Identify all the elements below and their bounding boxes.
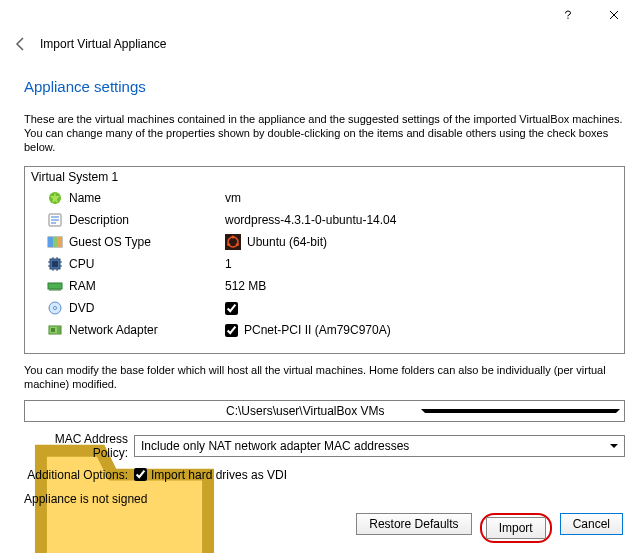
svg-point-8 bbox=[232, 236, 235, 239]
tree-row-value: 512 MB bbox=[225, 279, 266, 293]
net-icon bbox=[47, 322, 63, 338]
help-button[interactable] bbox=[545, 0, 591, 30]
tree-group-header[interactable]: Virtual System 1 bbox=[25, 167, 624, 187]
tree-row[interactable]: Namevm bbox=[25, 187, 624, 209]
ram-icon bbox=[47, 278, 63, 294]
tree-row[interactable]: Guest OS TypeUbuntu (64-bit) bbox=[25, 231, 624, 253]
tree-row-value: wordpress-4.3.1-0-ubuntu-14.04 bbox=[225, 213, 396, 227]
mac-policy-combo[interactable]: Include only NAT network adapter MAC add… bbox=[134, 435, 625, 457]
tree-row-label: CPU bbox=[69, 257, 94, 271]
ostype-icon bbox=[47, 234, 63, 250]
settings-tree[interactable]: Virtual System 1NamevmDescriptionwordpre… bbox=[24, 166, 625, 354]
description-text: These are the virtual machines contained… bbox=[24, 113, 625, 154]
ubuntu-icon bbox=[225, 234, 241, 250]
section-title: Appliance settings bbox=[24, 78, 625, 95]
tree-row[interactable]: Network AdapterPCnet-PCI II (Am79C970A) bbox=[25, 319, 624, 341]
mac-policy-value: Include only NAT network adapter MAC add… bbox=[141, 439, 409, 453]
cancel-button[interactable]: Cancel bbox=[560, 513, 623, 535]
name-icon bbox=[47, 190, 63, 206]
svg-rect-5 bbox=[57, 237, 62, 247]
highlight-ring: Import bbox=[480, 513, 552, 543]
tree-row-label: Name bbox=[69, 191, 101, 205]
chevron-down-icon bbox=[421, 409, 620, 413]
svg-point-9 bbox=[236, 243, 239, 246]
import-button[interactable]: Import bbox=[486, 517, 546, 539]
svg-point-15 bbox=[54, 307, 57, 310]
tree-row[interactable]: RAM512 MB bbox=[25, 275, 624, 297]
import-vdi-checkbox[interactable] bbox=[134, 468, 147, 481]
restore-defaults-button[interactable]: Restore Defaults bbox=[356, 513, 471, 535]
tree-row-label: Guest OS Type bbox=[69, 235, 151, 249]
base-folder-combo[interactable]: C:\Users\user\VirtualBox VMs bbox=[24, 400, 625, 422]
close-button[interactable] bbox=[591, 0, 637, 30]
svg-rect-17 bbox=[51, 328, 55, 332]
svg-point-10 bbox=[227, 243, 230, 246]
tree-row-value: PCnet-PCI II (Am79C970A) bbox=[244, 323, 391, 337]
tree-row[interactable]: CPU1 bbox=[25, 253, 624, 275]
tree-row-value: 1 bbox=[225, 257, 232, 271]
tree-row-label: DVD bbox=[69, 301, 94, 315]
appliance-signed-status: Appliance is not signed bbox=[24, 492, 625, 506]
desc-icon bbox=[47, 212, 63, 228]
back-button[interactable] bbox=[12, 36, 28, 52]
folder-icon bbox=[29, 403, 220, 419]
tree-row-label: Description bbox=[69, 213, 129, 227]
mac-policy-label: MAC Address Policy: bbox=[24, 432, 128, 460]
base-folder-hint: You can modify the base folder which wil… bbox=[24, 364, 625, 392]
tree-row-checkbox[interactable] bbox=[225, 302, 238, 315]
import-vdi-label: Import hard drives as VDI bbox=[151, 468, 287, 482]
svg-rect-4 bbox=[53, 237, 57, 247]
tree-row-label: Network Adapter bbox=[69, 323, 158, 337]
svg-rect-12 bbox=[52, 261, 58, 267]
additional-options-label: Additional Options: bbox=[24, 468, 128, 482]
tree-row-checkbox[interactable] bbox=[225, 324, 238, 337]
cpu-icon bbox=[47, 256, 63, 272]
svg-rect-13 bbox=[48, 283, 62, 289]
dvd-icon bbox=[47, 300, 63, 316]
base-folder-value: C:\Users\user\VirtualBox VMs bbox=[226, 404, 417, 418]
tree-row[interactable]: DVD bbox=[25, 297, 624, 319]
tree-row[interactable]: Descriptionwordpress-4.3.1-0-ubuntu-14.0… bbox=[25, 209, 624, 231]
tree-row-label: RAM bbox=[69, 279, 96, 293]
svg-rect-3 bbox=[48, 237, 53, 247]
chevron-down-icon bbox=[610, 444, 618, 448]
tree-row-value: Ubuntu (64-bit) bbox=[247, 235, 327, 249]
page-title: Import Virtual Appliance bbox=[40, 37, 167, 51]
tree-row-value: vm bbox=[225, 191, 241, 205]
